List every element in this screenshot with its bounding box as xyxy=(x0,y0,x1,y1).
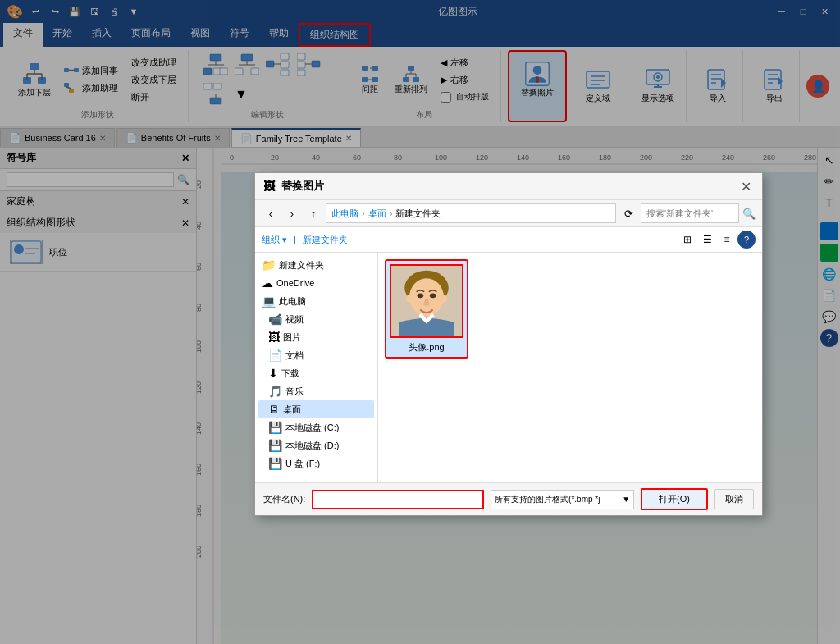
filetype-arrow: ▼ xyxy=(622,495,630,504)
svg-point-108 xyxy=(409,278,444,316)
folder-pictures-label: 图片 xyxy=(283,331,301,344)
folder-desktop[interactable]: 🖥 桌面 xyxy=(258,400,374,418)
folder-videos-icon: 📹 xyxy=(268,313,282,326)
folder-this-pc[interactable]: 💻 此电脑 xyxy=(258,292,374,310)
folder-tree: 📁 新建文件夹 ☁ OneDrive 💻 此电脑 📹 视频 🖼 图片 xyxy=(255,253,378,482)
folder-new[interactable]: 📁 新建文件夹 xyxy=(258,256,374,274)
folder-usb-icon: 💾 xyxy=(268,457,282,470)
file-label-avatar: 头像.png xyxy=(409,341,444,354)
dialog-close-button[interactable]: ✕ xyxy=(737,178,754,194)
folder-d-drive[interactable]: 💾 本地磁盘 (D:) xyxy=(258,436,374,454)
view-details-icon[interactable]: ≡ xyxy=(718,231,736,249)
dialog-title-bar: 🖼 替换图片 ✕ xyxy=(255,173,762,200)
path-part-folder[interactable]: 新建文件夹 xyxy=(395,208,441,220)
toolbar-sep: | xyxy=(294,235,296,244)
folder-new-label: 新建文件夹 xyxy=(279,259,324,272)
folder-music-label: 音乐 xyxy=(285,386,304,398)
folder-c-icon: 💾 xyxy=(268,421,282,434)
folder-c-drive[interactable]: 💾 本地磁盘 (C:) xyxy=(258,418,374,436)
view-large-icon[interactable]: ⊞ xyxy=(678,231,696,249)
folder-pictures[interactable]: 🖼 图片 xyxy=(258,328,374,346)
dialog-path: 此电脑 › 桌面 › 新建文件夹 xyxy=(326,203,616,223)
dialog-toolbar: 组织 ▾ | 新建文件夹 ⊞ ☰ ≡ ? xyxy=(255,227,762,253)
filename-input[interactable] xyxy=(312,490,484,509)
folder-usb-label: U 盘 (F:) xyxy=(285,458,320,470)
nav-back-button[interactable]: ‹ xyxy=(262,204,280,222)
filetype-label: 所有支持的图片格式(*.bmp *j xyxy=(495,494,600,505)
folder-d-label: 本地磁盘 (D:) xyxy=(285,440,339,452)
folder-c-label: 本地磁盘 (C:) xyxy=(285,422,339,434)
folder-onedrive[interactable]: ☁ OneDrive xyxy=(258,274,374,292)
path-sep-1: › xyxy=(362,208,365,218)
folder-downloads-icon: ⬇ xyxy=(268,367,278,380)
cancel-button[interactable]: 取消 xyxy=(714,489,754,509)
path-part-computer[interactable]: 此电脑 xyxy=(331,208,358,220)
folder-d-icon: 💾 xyxy=(268,439,282,452)
path-sep-2: › xyxy=(390,208,393,218)
folder-thispc-label: 此电脑 xyxy=(279,295,306,308)
svg-point-110 xyxy=(441,295,447,303)
dialog-footer: 文件名(N): 所有支持的图片格式(*.bmp *j ▼ 打开(O) 取消 xyxy=(255,482,762,515)
filename-label: 文件名(N): xyxy=(263,493,305,505)
folder-downloads-label: 下载 xyxy=(281,368,299,380)
folder-usb[interactable]: 💾 U 盘 (F:) xyxy=(258,454,374,473)
folder-docs-label: 文档 xyxy=(285,349,304,362)
path-part-desktop[interactable]: 桌面 xyxy=(368,208,386,220)
file-item-avatar[interactable]: 头像.png xyxy=(385,259,468,359)
view-list-icon[interactable]: ☰ xyxy=(698,231,716,249)
file-thumb-avatar xyxy=(390,264,463,338)
folder-downloads[interactable]: ⬇ 下载 xyxy=(258,364,374,382)
folder-videos-label: 视频 xyxy=(285,313,304,326)
folder-onedrive-label: OneDrive xyxy=(276,278,314,288)
folder-thispc-icon: 💻 xyxy=(262,295,276,308)
folder-onedrive-icon: ☁ xyxy=(262,276,273,290)
folder-videos[interactable]: 📹 视频 xyxy=(258,310,374,328)
organize-button[interactable]: 组织 ▾ xyxy=(262,234,287,246)
folder-desktop-label: 桌面 xyxy=(283,404,301,416)
folder-documents[interactable]: 📄 文档 xyxy=(258,346,374,364)
filetype-select[interactable]: 所有支持的图片格式(*.bmp *j ▼ xyxy=(491,490,634,509)
folder-desktop-icon: 🖥 xyxy=(268,403,280,416)
dialog-icon: 🖼 xyxy=(263,180,275,193)
dialog-search-icon[interactable]: 🔍 xyxy=(742,208,756,220)
folder-docs-icon: 📄 xyxy=(268,349,282,362)
folder-music-icon: 🎵 xyxy=(268,385,282,398)
dialog-body: 📁 新建文件夹 ☁ OneDrive 💻 此电脑 📹 视频 🖼 图片 xyxy=(255,253,762,482)
folder-new-icon: 📁 xyxy=(262,258,276,272)
folder-music[interactable]: 🎵 音乐 xyxy=(258,382,374,400)
help-button[interactable]: ? xyxy=(737,231,756,249)
svg-point-111 xyxy=(418,293,424,298)
file-view: 头像.png xyxy=(378,253,762,482)
person-photo xyxy=(391,264,462,338)
svg-point-109 xyxy=(406,295,413,303)
dialog-search-input[interactable] xyxy=(641,203,739,223)
refresh-button[interactable]: ⟳ xyxy=(619,204,637,222)
nav-forward-button[interactable]: › xyxy=(283,204,301,222)
dialog-nav: ‹ › ↑ 此电脑 › 桌面 › 新建文件夹 ⟳ 🔍 xyxy=(255,200,762,227)
dialog-overlay: 🖼 替换图片 ✕ ‹ › ↑ 此电脑 › 桌面 › 新建文件夹 ⟳ 🔍 组织 ▾… xyxy=(0,0,840,644)
svg-point-112 xyxy=(430,293,436,298)
folder-pictures-icon: 🖼 xyxy=(268,331,280,344)
view-buttons: ⊞ ☰ ≡ ? xyxy=(678,231,756,249)
open-button[interactable]: 打开(O) xyxy=(641,488,708,510)
nav-up-button[interactable]: ↑ xyxy=(304,204,322,222)
file-dialog: 🖼 替换图片 ✕ ‹ › ↑ 此电脑 › 桌面 › 新建文件夹 ⟳ 🔍 组织 ▾… xyxy=(254,172,763,516)
dialog-title-text: 替换图片 xyxy=(281,179,737,194)
new-folder-button[interactable]: 新建文件夹 xyxy=(303,234,348,246)
